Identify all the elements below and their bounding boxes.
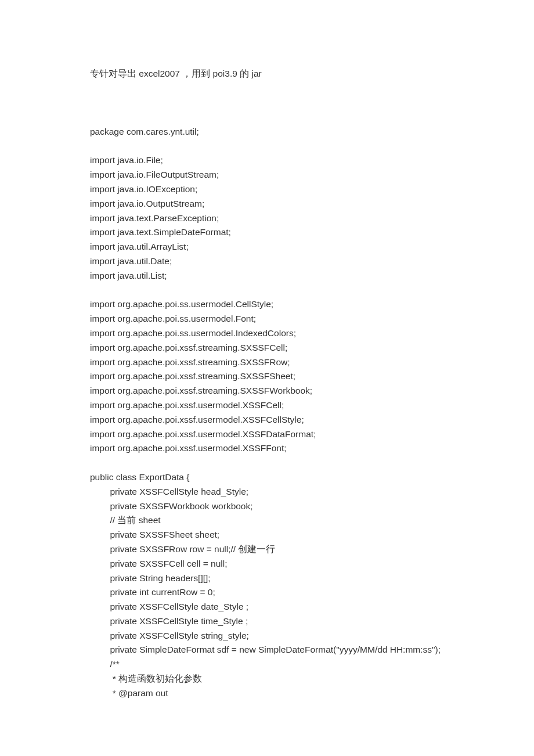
code-line: private String headers[][]; xyxy=(90,573,211,583)
code-line: private XSSFCellStyle date_Style ; xyxy=(90,602,248,611)
code-line: import org.apache.poi.ss.usermodel.Font; xyxy=(90,314,256,323)
code-line: * @param out xyxy=(90,688,168,698)
code-line: private SimpleDateFormat sdf = new Simpl… xyxy=(90,645,441,654)
code-line: import java.text.ParseException; xyxy=(90,213,219,223)
code-line: import org.apache.poi.xssf.streaming.SXS… xyxy=(90,386,312,395)
code-line: private XSSFCellStyle head_Style; xyxy=(90,487,248,496)
code-line: package com.cares.ynt.util; xyxy=(90,127,199,136)
code-line: public class ExportData { xyxy=(90,472,189,482)
code-line: /** xyxy=(90,659,120,669)
intro-text-3: ，用到 xyxy=(182,69,210,78)
code-line: import org.apache.poi.ss.usermodel.Index… xyxy=(90,328,296,338)
intro-text-4: poi3.9 xyxy=(210,69,240,78)
intro-paragraph: 专针对导出 excel2007 ，用到 poi3.9 的 jar xyxy=(90,67,444,81)
code-line: private XSSFCellStyle string_style; xyxy=(90,631,249,640)
intro-text-5: 的 xyxy=(240,69,249,78)
code-line: import org.apache.poi.ss.usermodel.CellS… xyxy=(90,299,273,309)
code-line-cjk: 构造函数初始化参数 xyxy=(118,674,202,683)
code-line: import org.apache.poi.xssf.streaming.SXS… xyxy=(90,343,287,352)
code-line: import org.apache.poi.xssf.streaming.SXS… xyxy=(90,371,295,381)
code-line: import org.apache.poi.xssf.usermodel.XSS… xyxy=(90,429,316,439)
intro-text-2: excel2007 xyxy=(136,69,182,78)
code-line: import org.apache.poi.xssf.streaming.SXS… xyxy=(90,357,290,367)
code-line: import org.apache.poi.xssf.usermodel.XSS… xyxy=(90,415,304,424)
code-line: private SXSSFSheet sheet; xyxy=(90,530,219,539)
intro-text-1: 专针对导出 xyxy=(90,69,136,78)
code-line: private XSSFCellStyle time_Style ; xyxy=(90,616,248,626)
code-line: * xyxy=(90,674,118,683)
document-page: 专针对导出 excel2007 ，用到 poi3.9 的 jar package… xyxy=(0,0,534,756)
code-block: package com.cares.ynt.util; import java.… xyxy=(90,125,444,701)
code-line: private int currentRow = 0; xyxy=(90,587,215,597)
code-line: sheet xyxy=(136,515,160,525)
code-line: import java.util.Date; xyxy=(90,256,172,266)
code-line: import java.io.FileOutputStream; xyxy=(90,170,219,179)
code-line: import java.io.OutputStream; xyxy=(90,199,204,208)
code-line: private SXSSFCell cell = null; xyxy=(90,559,227,568)
intro-text-6: jar xyxy=(249,69,262,78)
code-line: // xyxy=(90,515,117,525)
code-line: import org.apache.poi.xssf.usermodel.XSS… xyxy=(90,443,287,453)
code-line-cjk: 创建一行 xyxy=(238,544,275,554)
code-line: import java.util.ArrayList; xyxy=(90,242,189,251)
code-line: import java.io.File; xyxy=(90,155,163,165)
code-line: import java.io.IOException; xyxy=(90,184,197,194)
code-line-cjk: 当前 xyxy=(117,515,136,525)
code-line: import java.util.List; xyxy=(90,271,167,280)
code-line: import java.text.SimpleDateFormat; xyxy=(90,227,231,237)
code-line: import org.apache.poi.xssf.usermodel.XSS… xyxy=(90,400,284,410)
code-line: private SXSSFWorkbook workbook; xyxy=(90,501,253,511)
code-line: private SXSSFRow row = null;// xyxy=(90,544,238,554)
